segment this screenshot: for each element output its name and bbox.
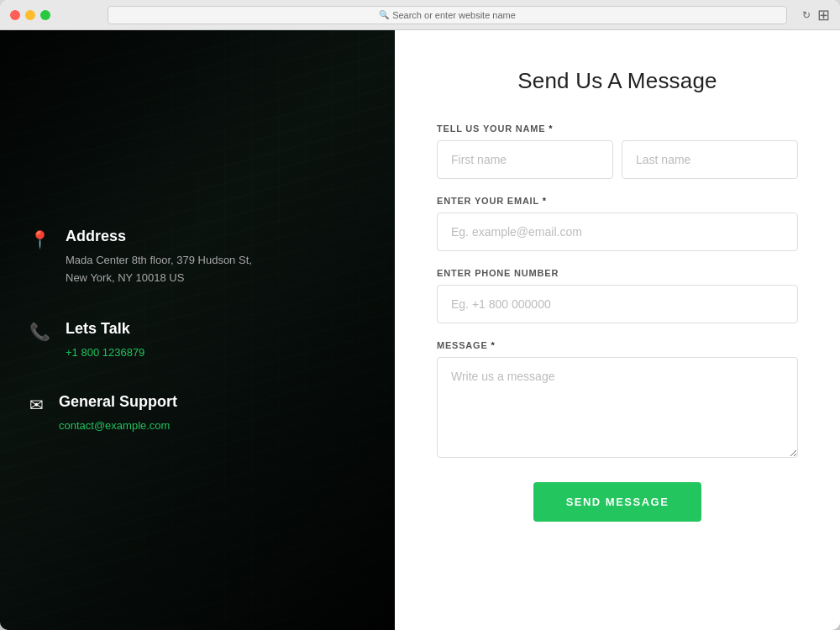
message-textarea[interactable] (437, 357, 798, 458)
mail-icon: ✉ (29, 395, 44, 415)
name-input-row (437, 140, 798, 179)
email-group: ENTER YOUR EMAIL * (437, 196, 798, 251)
address-details: Address Mada Center 8th floor, 379 Hudso… (66, 228, 252, 287)
first-name-input[interactable] (437, 140, 613, 179)
phone-number[interactable]: +1 800 1236879 (66, 346, 144, 359)
phone-title: Lets Talk (66, 320, 144, 338)
address-bar-text: Search or enter website name (392, 10, 516, 20)
last-name-input[interactable] (622, 140, 798, 179)
left-panel-content: 📍 Address Mada Center 8th floor, 379 Hud… (0, 30, 395, 630)
phone-input[interactable] (437, 285, 798, 323)
phone-icon: 📞 (29, 322, 50, 342)
name-required: * (549, 123, 553, 134)
contact-form: TELL US YOUR NAME * ENTER YOUR EMAIL * (437, 123, 798, 522)
address-title: Address (66, 228, 252, 245)
location-icon: 📍 (29, 229, 50, 249)
email-required: * (543, 196, 547, 206)
phone-details: Lets Talk +1 800 1236879 (66, 320, 144, 360)
support-details: General Support contact@example.com (59, 393, 177, 433)
phone-group: ENTER PHONE NUMBER (437, 268, 798, 323)
browser-content: 📍 Address Mada Center 8th floor, 379 Hud… (0, 30, 840, 630)
support-title: General Support (59, 393, 177, 411)
message-label: MESSAGE * (437, 340, 798, 350)
phone-item: 📞 Lets Talk +1 800 1236879 (29, 320, 365, 360)
message-required: * (491, 340, 495, 350)
left-panel: 📍 Address Mada Center 8th floor, 379 Hud… (0, 30, 395, 630)
email-input[interactable] (437, 213, 798, 251)
address-bar[interactable]: 🔍 Search or enter website name (108, 6, 787, 24)
refresh-icon[interactable]: ↻ (802, 9, 811, 21)
browser-chrome: 🔍 Search or enter website name ↻ ⊞ (0, 0, 840, 30)
minimize-button[interactable] (25, 10, 35, 20)
right-panel: Send Us A Message TELL US YOUR NAME * (395, 30, 840, 630)
maximize-button[interactable] (40, 10, 50, 20)
traffic-lights (10, 10, 50, 20)
browser-window: 🔍 Search or enter website name ↻ ⊞ 📍 Add… (0, 0, 840, 630)
support-email[interactable]: contact@example.com (59, 419, 170, 432)
close-button[interactable] (10, 10, 20, 20)
support-item: ✉ General Support contact@example.com (29, 393, 365, 433)
name-group: TELL US YOUR NAME * (437, 123, 798, 179)
new-tab-icon[interactable]: ⊞ (817, 8, 830, 23)
address-item: 📍 Address Mada Center 8th floor, 379 Hud… (29, 228, 365, 287)
search-icon: 🔍 (379, 10, 389, 19)
message-group: MESSAGE * (437, 340, 798, 461)
send-message-button[interactable]: SEND MESSAGE (533, 482, 701, 522)
address-line1: Mada Center 8th floor, 379 Hudson St, (66, 252, 252, 270)
name-label: TELL US YOUR NAME * (437, 123, 798, 134)
form-title: Send Us A Message (437, 68, 798, 94)
phone-label: ENTER PHONE NUMBER (437, 268, 798, 278)
email-label: ENTER YOUR EMAIL * (437, 196, 798, 206)
address-line2: New York, NY 10018 US (66, 270, 252, 287)
